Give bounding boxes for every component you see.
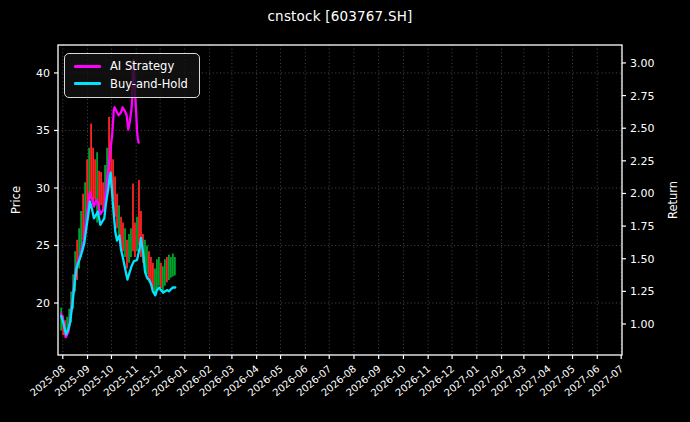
price-tick-label: 40 xyxy=(36,67,50,80)
return-tick-label: 3.00 xyxy=(630,57,655,70)
buy-and-hold-line-swatch-icon xyxy=(74,82,101,85)
return-tick-label: 1.50 xyxy=(630,253,655,266)
legend-item-label: AI Strategy xyxy=(110,60,174,73)
return-tick-label: 2.00 xyxy=(630,187,655,200)
return-tick-label: 2.50 xyxy=(630,122,655,135)
ai-strategy-line-swatch-icon xyxy=(74,65,101,68)
legend-item-label: Buy-and-Hold xyxy=(110,78,188,91)
chart-title: cnstock [603767.SH] xyxy=(0,8,680,24)
legend: AI StrategyBuy-and-Hold xyxy=(64,53,200,98)
return-tick-label: 1.75 xyxy=(630,220,655,233)
price-tick-label: 35 xyxy=(36,124,50,137)
return-tick-label: 1.00 xyxy=(630,318,655,331)
legend-item-buy-and-hold: Buy-and-Hold xyxy=(74,78,188,91)
return-tick-label: 2.25 xyxy=(630,155,655,168)
price-tick-label: 30 xyxy=(36,182,50,195)
price-tick-label: 25 xyxy=(36,239,50,252)
legend-item-ai-strategy: AI Strategy xyxy=(74,60,188,73)
price-tick-label: 20 xyxy=(36,297,50,310)
return-axis-label: Return xyxy=(666,178,680,222)
return-tick-label: 1.25 xyxy=(630,285,655,298)
price-axis-label: Price xyxy=(9,183,23,217)
chart-figure: 20253035401.001.251.501.752.002.252.502.… xyxy=(0,0,690,422)
return-tick-label: 2.75 xyxy=(630,90,655,103)
